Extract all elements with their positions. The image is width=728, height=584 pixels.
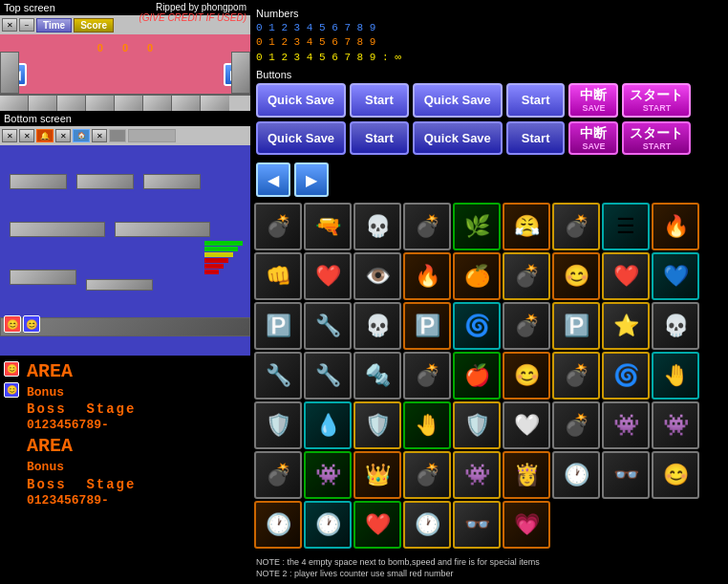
- icon-cell-0: 💣: [254, 203, 302, 250]
- icon-cell-44: 👾: [652, 401, 699, 449]
- left-panel: Ripped by phongpom (GIVE CREDIT IF USED)…: [0, 0, 250, 584]
- bottom-x3-btn[interactable]: ✕: [92, 129, 107, 142]
- score-1: 0: [122, 42, 128, 54]
- icon-cell-33: 💣: [552, 352, 600, 400]
- icon-grid-container: 💣🔫💀💣🌿😤💣☰🔥👊❤️👁️🔥🍊💣😊❤️💙🅿️🔧💀🅿️🌀💣🅿️⭐💀🔧🔧🔩💣🍎😊💣…: [250, 201, 728, 551]
- jp2-top: スタート: [630, 87, 683, 103]
- score-display: 0 0 0: [97, 42, 153, 54]
- jp1-top: 中断: [576, 87, 610, 103]
- top-min-btn[interactable]: −: [19, 18, 34, 32]
- icon-cell-48: 💣: [403, 451, 451, 499]
- icon-cell-19: 🔧: [304, 302, 352, 350]
- icon-cell-59: 💗: [503, 501, 550, 549]
- icon-cell-7: ☰: [602, 203, 650, 250]
- bottom-close-btn[interactable]: ✕: [2, 129, 17, 142]
- icon-cell-9: 👊: [254, 252, 302, 300]
- icon-cell-56: ❤️: [353, 501, 401, 549]
- icon-cell-32: 😊: [503, 352, 550, 400]
- bottom-screen-bar: ✕ ✕ 🔔 ✕ 🏠 ✕: [0, 126, 250, 145]
- icon-cell-58: 👓: [453, 501, 501, 549]
- game-screen-top: ◀ ▶ 0 0 0: [0, 34, 250, 111]
- credit-line2: (GIVE CREDIT IF USED): [139, 12, 246, 23]
- note-1: NOTE : the 4 empty space next to bomb,sp…: [256, 556, 540, 569]
- icon-cell-57: 🕐: [403, 501, 451, 549]
- icon-cell-26: 💀: [652, 302, 699, 350]
- icon-cell-38: 🛡️: [353, 401, 401, 449]
- boss-stage-1: Boss Stage: [27, 401, 136, 417]
- jp4-top: スタート: [630, 125, 683, 141]
- icon-cell-14: 💣: [503, 252, 550, 300]
- icon-cell-28: 🔧: [304, 352, 352, 400]
- area-label-1: AREA: [27, 359, 136, 384]
- bonus-label-2: Bonus: [27, 459, 136, 476]
- icon-cell-55: 🕐: [304, 501, 352, 549]
- icon-cell-12: 🔥: [403, 252, 451, 300]
- icon-cell-35: 🤚: [652, 352, 699, 400]
- icon-grid: 💣🔫💀💣🌿😤💣☰🔥👊❤️👁️🔥🍊💣😊❤️💙🅿️🔧💀🅿️🌀💣🅿️⭐💀🔧🔧🔩💣🍎😊💣…: [250, 201, 728, 551]
- icon-cell-22: 🌀: [453, 302, 501, 350]
- numbers-row2: 0 1 2 3 4 5 6 7 8 9: [256, 35, 722, 50]
- icon-cell-42: 💣: [552, 401, 600, 449]
- icon-cell-1: 🔫: [304, 203, 352, 250]
- area-label-2: AREA: [27, 434, 136, 459]
- bottom-x2-btn[interactable]: ✕: [55, 129, 71, 142]
- numbers-1: 0123456789-: [27, 417, 136, 434]
- quicksave-btn-3[interactable]: Quick Save: [256, 121, 346, 156]
- right-panel: Numbers 0 1 2 3 4 5 6 7 8 9 0 1 2 3 4 5 …: [250, 0, 728, 584]
- icon-cell-18: 🅿️: [254, 302, 302, 350]
- start-btn-4[interactable]: Start: [506, 121, 566, 156]
- jp-save-btn-1[interactable]: 中断 SAVE: [568, 83, 618, 118]
- jp-save-btn-2[interactable]: 中断 SAVE: [568, 121, 618, 156]
- top-screen-content: ◀ ▶ 0 0 0: [0, 34, 250, 111]
- icon-cell-34: 🌀: [602, 352, 650, 400]
- nav-right-btn[interactable]: ▶: [294, 162, 329, 197]
- icon-cell-37: 💧: [304, 401, 352, 449]
- jp3-top: 中断: [576, 125, 610, 141]
- quicksave-btn-4[interactable]: Quick Save: [413, 121, 503, 156]
- icon-cell-50: 👸: [503, 451, 550, 499]
- time-badge: Time: [36, 18, 72, 32]
- credit-section: Ripped by phongpom (GIVE CREDIT IF USED): [139, 2, 246, 23]
- icon-cell-30: 💣: [403, 352, 451, 400]
- left-text-block: AREA Bonus Boss Stage 0123456789- AREA B…: [27, 359, 136, 509]
- button-row-1: Quick Save Start Quick Save Start 中断 SAV…: [256, 83, 722, 118]
- icon-cell-29: 🔩: [353, 352, 401, 400]
- bonus-label-1: Bonus: [27, 384, 136, 401]
- start-btn-3[interactable]: Start: [350, 121, 409, 156]
- score-2: 0: [147, 42, 153, 54]
- score-badge: Score: [74, 18, 114, 32]
- button-row-2: Quick Save Start Quick Save Start 中断 SAV…: [256, 121, 722, 156]
- icon-cell-49: 👾: [453, 451, 501, 499]
- jp-start-btn-2[interactable]: スタート START: [622, 121, 691, 156]
- icon-cell-15: 😊: [552, 252, 600, 300]
- start-btn-2[interactable]: Start: [506, 83, 566, 118]
- icon-cell-54: 🕐: [254, 501, 302, 549]
- quicksave-btn-2[interactable]: Quick Save: [413, 83, 503, 118]
- icon-cell-41: 🤍: [503, 401, 550, 449]
- note-2: NOTE 2 : player lives counter use small …: [256, 568, 540, 580]
- credit-line1: Ripped by phongpom: [139, 2, 246, 12]
- icon-cell-47: 👑: [353, 451, 401, 499]
- icon-cell-23: 💣: [503, 302, 550, 350]
- icon-cell-8: 🔥: [652, 203, 699, 250]
- bottom-x-btn[interactable]: ✕: [19, 129, 34, 142]
- icon-cell-46: 👾: [304, 451, 352, 499]
- icon-cell-52: 👓: [602, 451, 650, 499]
- icon-cell-51: 🕐: [552, 451, 600, 499]
- icon-cell-6: 💣: [552, 203, 600, 250]
- quicksave-btn-1[interactable]: Quick Save: [256, 83, 346, 118]
- start-btn-1[interactable]: Start: [350, 83, 409, 118]
- top-close-btn[interactable]: ✕: [2, 18, 17, 32]
- buttons-section: Buttons Quick Save Start Quick Save Star…: [250, 67, 728, 161]
- jp1-bot: SAVE: [576, 103, 610, 114]
- icon-cell-21: 🅿️: [403, 302, 451, 350]
- numbers-2: 0123456789-: [27, 492, 136, 509]
- icon-cell-45: 💣: [254, 451, 302, 499]
- numbers-row3: 0 1 2 3 4 5 6 7 8 9 : ∞: [256, 51, 722, 65]
- boss-stage-2: Boss Stage: [27, 477, 136, 492]
- jp-start-btn-1[interactable]: スタート START: [622, 83, 691, 118]
- notes-section: NOTE : the 4 empty space next to bomb,sp…: [250, 554, 546, 582]
- score-0: 0: [97, 42, 103, 54]
- nav-left-btn[interactable]: ◀: [256, 162, 290, 197]
- icon-cell-16: ❤️: [602, 252, 650, 300]
